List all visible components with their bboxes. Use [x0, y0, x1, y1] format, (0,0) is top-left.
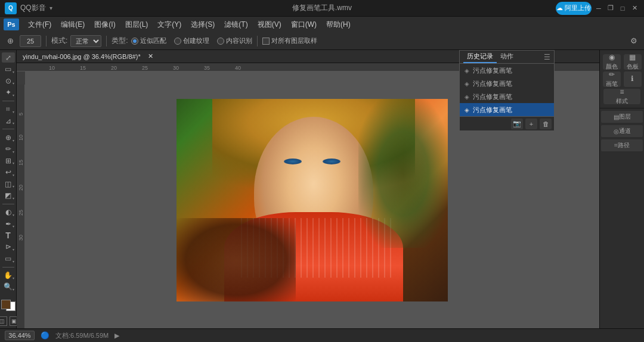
history-list: ◈ 污点修复画笔 ◈ 污点修复画笔 ◈ 污点修复画笔 ◈ 污点修复画笔: [460, 64, 554, 116]
select-rect-tool[interactable]: ▭▾: [2, 64, 15, 74]
cloud-upload-button[interactable]: ☁ 阿里上传: [556, 2, 592, 15]
menu-window[interactable]: 窗口(W): [287, 18, 321, 31]
status-icon[interactable]: 🔵: [41, 331, 49, 340]
app-dropdown-arrow[interactable]: ▾: [49, 5, 52, 11]
menu-file[interactable]: 文件(F): [24, 18, 55, 31]
panel-swatches[interactable]: ▦ 色板: [624, 54, 642, 70]
hand-tool[interactable]: ✋▾: [2, 270, 15, 280]
paths-label: 路径: [618, 141, 630, 150]
panel-paths[interactable]: ⌗ 路径: [601, 139, 643, 151]
panel-channels[interactable]: ◎ 通道: [601, 125, 643, 137]
shape-tool[interactable]: ▭▾: [2, 253, 15, 263]
radio-approximate[interactable]: 近似匹配: [131, 36, 166, 45]
menu-select[interactable]: 选择(S): [187, 18, 219, 31]
right-panel-color-group: ◉ 颜色 ▦ 色板 ✏ 画笔 ℹ ≡: [600, 52, 644, 108]
close-button[interactable]: ✕: [630, 4, 639, 13]
rpg-row-2: ✏ 画笔 ℹ: [601, 71, 643, 87]
path-select-tool[interactable]: ⊳▾: [2, 242, 15, 252]
menu-view[interactable]: 视图(V): [253, 18, 286, 31]
history-item-4[interactable]: ◈ 污点修复画笔: [460, 103, 554, 116]
zoom-input[interactable]: [5, 331, 35, 340]
radio-texture-label: 创建纹理: [183, 36, 209, 45]
main-area: ⤢ ▭▾ ⊙▾ ✦▾ ⌗▾ ⊿▾ ⊕▾ ✏▾ ⊞▾ ↩▾ ◫▾ ◩▾ ◐▾ ✒▾…: [0, 50, 644, 328]
layer-row-2: ◎ 通道: [601, 125, 643, 137]
history-snapshot-btn[interactable]: 📷: [511, 119, 523, 129]
text-tool[interactable]: T: [2, 230, 15, 240]
radio-dot-texture: [174, 38, 181, 45]
history-item-2[interactable]: ◈ 污点修复画笔: [460, 77, 554, 90]
panel-menu-btn[interactable]: ☰: [544, 53, 550, 61]
divider1: [46, 36, 47, 46]
brush-label: 画笔: [606, 80, 618, 88]
color-icon: ◉: [609, 53, 615, 61]
rpg-row-3: ≡ 样式: [601, 89, 643, 104]
layers-label: 图层: [619, 113, 631, 121]
crop-tool[interactable]: ⌗▾: [2, 104, 15, 114]
panel-styles[interactable]: ≡ 样式: [603, 89, 640, 104]
tab-history[interactable]: 历史记录: [463, 51, 497, 63]
mode-label: 模式:: [51, 36, 67, 46]
history-brush-tool[interactable]: ↩▾: [2, 167, 15, 177]
menu-help[interactable]: 帮助(H): [322, 18, 355, 31]
move-tool[interactable]: ⤢: [2, 52, 15, 63]
qq-logo: Q: [5, 2, 17, 14]
menu-text[interactable]: 文字(Y): [153, 18, 185, 31]
heal-tool[interactable]: ⊕▾: [2, 132, 15, 142]
foreground-color-box[interactable]: [1, 300, 11, 309]
radio-texture[interactable]: 创建纹理: [174, 36, 209, 45]
history-new-btn[interactable]: +: [525, 119, 537, 129]
titlebar-left: Q QQ影音 ▾: [5, 2, 52, 14]
all-layers-checkbox[interactable]: 对所有图层取样: [262, 36, 317, 45]
panel-layers[interactable]: ▤ 图层: [601, 111, 643, 123]
lasso-tool[interactable]: ⊙▾: [2, 76, 15, 86]
canvas-area: yindu_nvhai-006.jpg @ 36.4%(RGB/8#)* ✕ 1…: [17, 50, 599, 328]
history-actions-bar: 📷 + 🗑: [460, 116, 554, 130]
history-label-2: 污点修复画笔: [473, 79, 512, 88]
clone-stamp-tool[interactable]: ⊞▾: [2, 156, 15, 166]
styles-icon: ≡: [620, 88, 624, 96]
ps-logo: Ps: [4, 18, 19, 30]
dodge-tool[interactable]: ◐▾: [2, 207, 15, 217]
radio-content[interactable]: 内容识别: [217, 36, 252, 45]
photo-display: [177, 99, 448, 301]
menu-image[interactable]: 图像(I): [90, 18, 119, 31]
swatches-label: 色板: [627, 63, 639, 71]
history-label-4: 污点修复画笔: [473, 105, 512, 114]
minimize-button[interactable]: ─: [594, 4, 603, 13]
history-item-1[interactable]: ◈ 污点修复画笔: [460, 64, 554, 77]
window-title: 修复画笔工具.wmv: [292, 3, 352, 13]
menu-filter[interactable]: 滤镜(T): [220, 18, 252, 31]
left-sidebar: ⤢ ▭▾ ⊙▾ ✦▾ ⌗▾ ⊿▾ ⊕▾ ✏▾ ⊞▾ ↩▾ ◫▾ ◩▾ ◐▾ ✒▾…: [0, 50, 17, 328]
history-delete-btn[interactable]: 🗑: [540, 119, 552, 129]
status-arrow[interactable]: ▶: [114, 332, 119, 340]
history-item-3[interactable]: ◈ 污点修复画笔: [460, 90, 554, 103]
menu-edit[interactable]: 编辑(E): [57, 18, 89, 31]
close-tab-btn[interactable]: ✕: [148, 52, 153, 60]
tab-actions[interactable]: 动作: [497, 51, 517, 63]
pen-tool[interactable]: ✒▾: [2, 219, 15, 229]
zoom-tool[interactable]: 🔍▾: [2, 282, 15, 292]
mask-mode-btn[interactable]: ◫: [0, 316, 7, 326]
info-icon: ℹ: [631, 74, 634, 83]
history-icon-1: ◈: [465, 67, 469, 74]
eraser-tool[interactable]: ◫▾: [2, 179, 15, 189]
cloud-label: 阿里上传: [565, 4, 591, 13]
eyedropper-tool[interactable]: ⊿▾: [2, 116, 15, 126]
maximize-button[interactable]: □: [618, 4, 627, 13]
mode-select[interactable]: 正常: [70, 35, 101, 47]
settings-icon[interactable]: ⚙: [627, 35, 640, 48]
layer-row-3: ⌗ 路径: [601, 139, 643, 151]
panel-brush[interactable]: ✏ 画笔: [603, 71, 621, 87]
panel-info[interactable]: ℹ: [624, 71, 642, 87]
gradient-tool[interactable]: ◩▾: [2, 190, 15, 200]
heal-brush-icon[interactable]: ⊕: [4, 35, 17, 48]
type-label: 类型:: [112, 36, 128, 46]
wand-tool[interactable]: ✦▾: [2, 87, 15, 97]
panel-color[interactable]: ◉ 颜色: [603, 54, 621, 70]
history-panel-header: 历史记录 动作 ☰: [460, 51, 554, 64]
menu-layer[interactable]: 图层(L): [121, 18, 153, 31]
restore-button[interactable]: ❐: [606, 4, 615, 13]
brush-tool[interactable]: ✏▾: [2, 144, 15, 154]
color-boxes[interactable]: [1, 300, 16, 311]
brush-size-input[interactable]: [20, 35, 41, 47]
